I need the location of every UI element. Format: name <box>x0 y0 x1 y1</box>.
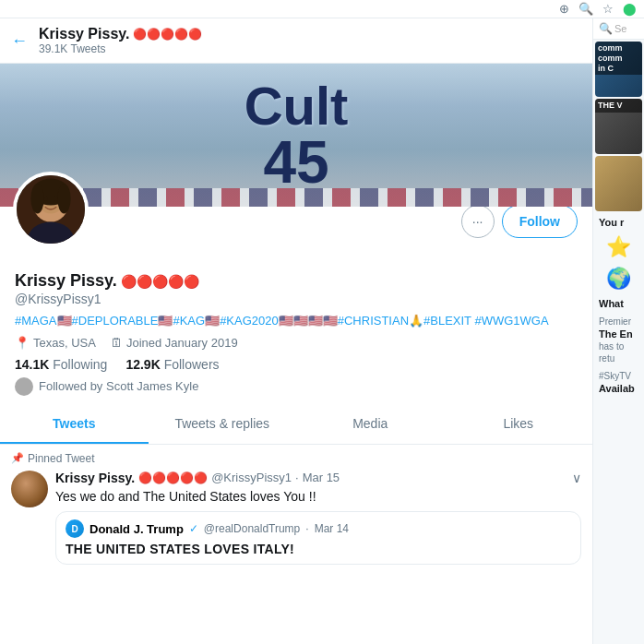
trending-1-subtitle: has to retu <box>599 340 638 364</box>
profile-tabs: Tweets Tweets & replies Media Likes <box>0 405 592 445</box>
tweet-date-value: Mar 15 <box>303 471 340 484</box>
quoted-tweet[interactable]: D Donald J. Trump ✓ @realDonaldTrump · M… <box>55 511 581 565</box>
verified-badge-icon: ✓ <box>189 522 198 535</box>
sidebar-search-text: Se <box>614 23 626 34</box>
svg-point-5 <box>57 184 70 213</box>
location-text: Texas, USA <box>33 336 96 350</box>
joined-text: Joined January 2019 <box>126 336 238 350</box>
header-tweet-count: 39.1K Tweets <box>39 42 202 55</box>
profile-banner-area: Cult 45 <box>0 64 592 207</box>
main-layout: ← Krissy Pissy. 🔴🔴🔴🔴🔴 39.1K Tweets Cult … <box>0 18 644 644</box>
trending-1-prefix: Premier <box>599 316 638 328</box>
tab-likes[interactable]: Likes <box>445 405 593 444</box>
following-label: Following <box>53 357 107 372</box>
profile-name: Krissy Pissy. 🔴🔴🔴🔴🔴 <box>15 271 578 291</box>
sidebar-card-2-overlay: THE V <box>595 99 642 113</box>
tweet-author-name: Krissy Pissy. <box>55 471 135 485</box>
back-button[interactable]: ← <box>11 31 28 51</box>
right-sidebar: 🔍 Se comm comm in C THE V You r ⭐ 🌍 <box>593 18 644 644</box>
tweet-date: · <box>295 471 299 484</box>
followers-label: Followers <box>164 357 220 372</box>
sidebar-search-icon: 🔍 <box>599 22 613 35</box>
sidebar-what-label: What <box>593 294 644 313</box>
profile-stats: 14.1K Following 12.9K Followers <box>15 357 578 372</box>
sidebar-card1-title: comm <box>598 43 639 54</box>
svg-point-6 <box>43 197 48 201</box>
profile-handle: @KrissyPissy1 <box>15 292 578 306</box>
sidebar-trending-2[interactable]: #SkyTV Availab <box>593 367 644 398</box>
more-button[interactable]: ··· <box>461 205 495 238</box>
sidebar-card1-subtitle: comm <box>598 54 639 64</box>
sidebar-card-1[interactable]: comm comm in C <box>595 42 642 97</box>
banner-text: Cult 45 <box>244 79 349 192</box>
tweet-avatar-inner <box>11 471 48 507</box>
quoted-author-handle: @realDonaldTrump <box>204 522 300 535</box>
sidebar-search-bar[interactable]: 🔍 Se <box>593 18 644 40</box>
location-icon: 📍 <box>15 336 30 350</box>
joined-meta: 🗓 Joined January 2019 <box>111 336 238 350</box>
tweet-section: 📌 Pinned Tweet Krissy Pissy. 🔴🔴🔴🔴🔴 @Kris… <box>0 445 592 573</box>
banner-flag-strip <box>0 188 592 207</box>
quoted-date-value: Mar 14 <box>315 522 349 535</box>
tweet-author-handle: @KrissyPissy1 <box>211 471 292 484</box>
quoted-avatar: D <box>66 519 84 538</box>
quoted-text: THE UNITED STATES LOVES ITALY! <box>66 542 571 556</box>
header-name-emojis: 🔴🔴🔴🔴🔴 <box>133 28 202 41</box>
sidebar-cards: comm comm in C THE V <box>593 40 644 213</box>
calendar-icon: 🗓 <box>111 336 123 350</box>
profile-bio: #MAGA🇺🇸#DEPLORABLE🇺🇸#KAG🇺🇸#KAG2020🇺🇸🇺🇸🇺🇸… <box>15 312 578 330</box>
sidebar-ball: 🌍 <box>593 263 644 294</box>
star-icon[interactable]: ☆ <box>602 2 614 16</box>
sidebar-card2-title: THE V <box>598 101 639 111</box>
circle-icon[interactable]: ⬤ <box>623 2 637 16</box>
profile-area: ← Krissy Pissy. 🔴🔴🔴🔴🔴 39.1K Tweets Cult … <box>0 18 593 644</box>
plus-circle-icon[interactable]: ⊕ <box>559 2 569 16</box>
avatar <box>13 172 89 247</box>
svg-point-4 <box>30 184 43 213</box>
tweet-header: Krissy Pissy. 🔴🔴🔴🔴🔴 @KrissyPissy1 · Mar … <box>55 471 581 485</box>
tweet-item: Krissy Pissy. 🔴🔴🔴🔴🔴 @KrissyPissy1 · Mar … <box>11 471 581 566</box>
trending-2-prefix: #SkyTV <box>599 370 638 382</box>
header-name: Krissy Pissy. <box>39 26 129 42</box>
tweet-avatar[interactable] <box>11 471 48 507</box>
pin-icon: 📌 <box>11 452 24 464</box>
followed-by-text: Followed by Scott James Kyle <box>39 379 198 393</box>
tab-tweets[interactable]: Tweets <box>0 405 149 444</box>
tweet-chevron-icon[interactable]: ∨ <box>572 471 581 485</box>
banner-num-text: 45 <box>244 133 349 192</box>
sidebar-card-3[interactable] <box>595 156 642 211</box>
top-bar: ⊕ 🔍 ☆ ⬤ <box>0 0 644 18</box>
tweet-meta: Krissy Pissy. 🔴🔴🔴🔴🔴 @KrissyPissy1 · Mar … <box>55 471 340 485</box>
sidebar-card-2[interactable]: THE V <box>595 99 642 154</box>
search-icon[interactable]: 🔍 <box>578 2 593 16</box>
profile-header-bar: ← Krissy Pissy. 🔴🔴🔴🔴🔴 39.1K Tweets <box>0 18 592 64</box>
tweet-content: Krissy Pissy. 🔴🔴🔴🔴🔴 @KrissyPissy1 · Mar … <box>55 471 581 566</box>
trending-1-title: The En <box>599 328 638 340</box>
following-count: 14.1K <box>15 357 49 372</box>
sidebar-card1-detail: in C <box>598 64 639 74</box>
quoted-meta: D Donald J. Trump ✓ @realDonaldTrump · M… <box>66 519 571 538</box>
tweet-text: Yes we do and The United States loves Yo… <box>55 488 581 507</box>
tweet-author-emojis: 🔴🔴🔴🔴🔴 <box>138 471 208 484</box>
sidebar-you-label: You r <box>593 213 644 232</box>
sidebar-card-1-overlay: comm comm in C <box>595 42 642 75</box>
tab-tweets-replies[interactable]: Tweets & replies <box>149 405 297 444</box>
following-stat[interactable]: 14.1K Following <box>15 357 107 372</box>
followers-count: 12.9K <box>125 357 160 372</box>
pinned-label: 📌 Pinned Tweet <box>11 452 581 465</box>
avatar-container <box>13 172 89 247</box>
followed-by: Followed by Scott James Kyle <box>15 377 578 396</box>
follow-button[interactable]: Follow <box>502 205 578 238</box>
svg-point-7 <box>54 197 58 201</box>
sidebar-trending-1[interactable]: Premier The En has to retu <box>593 313 644 367</box>
profile-banner: Cult 45 <box>0 64 592 207</box>
followed-by-avatar <box>15 377 33 396</box>
sidebar-star: ⭐ <box>593 232 644 263</box>
profile-info: Krissy Pissy. 🔴🔴🔴🔴🔴 @KrissyPissy1 #MAGA🇺… <box>0 271 592 396</box>
pinned-label-text: Pinned Tweet <box>28 452 95 465</box>
followers-stat[interactable]: 12.9K Followers <box>125 357 219 372</box>
tab-media[interactable]: Media <box>296 405 445 444</box>
banner-cult-text: Cult <box>244 79 349 133</box>
profile-name-emojis: 🔴🔴🔴🔴🔴 <box>121 274 199 289</box>
trending-2-title: Availab <box>599 382 638 395</box>
